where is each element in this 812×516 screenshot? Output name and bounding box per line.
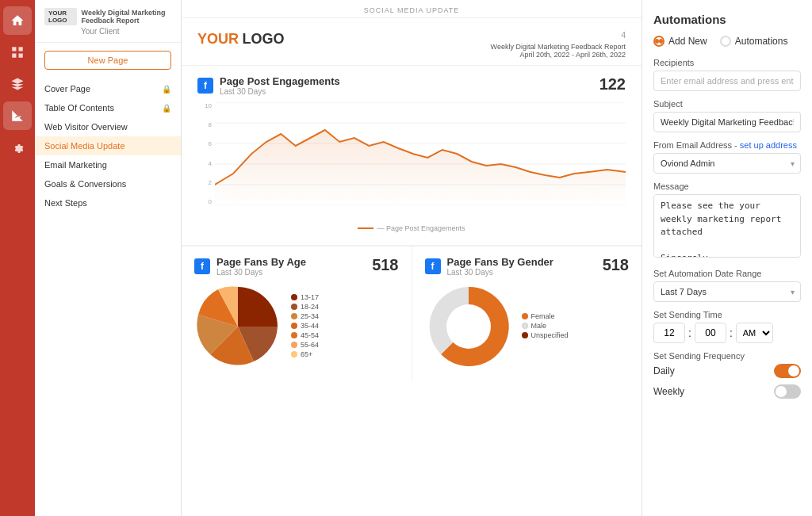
radio-automations[interactable]: Automations bbox=[720, 36, 788, 47]
nav-item-label: Social Media Update bbox=[44, 141, 125, 151]
lock-icon: 🔒 bbox=[162, 104, 171, 113]
sending-time-label: Set Sending Time bbox=[653, 310, 801, 319]
radio-circle-unselected bbox=[720, 36, 731, 47]
chart-title: Page Post Engagements bbox=[220, 75, 340, 87]
gender-chart-subtitle: Last 30 Days bbox=[447, 268, 553, 277]
radio-label-automations: Automations bbox=[735, 36, 788, 47]
from-email-label: From Email Address - set up address bbox=[653, 140, 801, 150]
nav-item-cover[interactable]: Cover Page 🔒 bbox=[35, 79, 181, 98]
report-page-header: YOUR LOGO 4 Weekly Digital Marketing Fee… bbox=[182, 18, 642, 65]
subject-label: Subject bbox=[653, 99, 801, 109]
automations-panel: Automations Add New Automations Recipien… bbox=[642, 0, 812, 516]
nav-item-goals[interactable]: Goals & Conversions bbox=[35, 174, 181, 193]
age-chart-title: Page Fans By Age bbox=[216, 256, 306, 268]
report-date: April 20th, 2022 - April 26th, 2022 bbox=[491, 51, 626, 59]
page-number: 4 bbox=[491, 31, 626, 40]
nav-header: YOUR LOGO Weekly Digital Marketing Feedb… bbox=[35, 0, 181, 43]
nav-item-label: Next Steps bbox=[44, 198, 87, 208]
grid-icon[interactable] bbox=[3, 38, 32, 67]
line-chart: 10 8 6 4 2 0 bbox=[197, 102, 626, 221]
section-label: SOCIAL MEDIA UPDATE bbox=[182, 3, 642, 17]
svg-point-7 bbox=[446, 304, 491, 349]
chart-value: 122 bbox=[599, 75, 626, 94]
age-chart-subtitle: Last 30 Days bbox=[216, 268, 306, 277]
chart-header: f Page Post Engagements Last 30 Days 122 bbox=[197, 75, 626, 96]
main-content: SOCIAL MEDIA UPDATE YOUR LOGO 4 Weekly D… bbox=[182, 0, 642, 516]
layers-icon[interactable] bbox=[3, 70, 32, 98]
message-label: Message bbox=[653, 182, 801, 191]
chart-legend: — Page Post Engagements bbox=[197, 224, 626, 232]
nav-item-next[interactable]: Next Steps bbox=[35, 193, 181, 212]
logo-logo: LOGO bbox=[242, 31, 284, 47]
date-range-select-wrapper: Last 7 Days Last 30 Days Last 90 Days ▾ bbox=[653, 281, 801, 302]
radio-add-new[interactable]: Add New bbox=[653, 36, 707, 47]
frequency-label: Set Sending Frequency bbox=[653, 351, 801, 361]
nav-item-label: Email Marketing bbox=[44, 160, 107, 170]
nav-item-label: Cover Page bbox=[44, 84, 90, 94]
gender-pie-area: Female Male Unspecified bbox=[425, 283, 630, 370]
setup-address-link[interactable]: set up address bbox=[740, 140, 797, 150]
hour-input[interactable] bbox=[653, 323, 685, 343]
nav-item-label: Table Of Contents bbox=[44, 103, 114, 113]
nav-item-label: Web Visitor Overview bbox=[44, 122, 128, 132]
age-chart-section: f Page Fans By Age Last 30 Days 518 bbox=[182, 247, 412, 380]
line-chart-section: f Page Post Engagements Last 30 Days 122 bbox=[182, 65, 642, 245]
nav-client: Your Client bbox=[81, 27, 171, 36]
report-title-right: 4 Weekly Digital Marketing Feedback Repo… bbox=[491, 31, 626, 59]
facebook-icon-age: f bbox=[194, 258, 210, 274]
daily-label: Daily bbox=[653, 365, 675, 376]
radio-label-add-new: Add New bbox=[668, 36, 707, 47]
nav-item-web[interactable]: Web Visitor Overview bbox=[35, 117, 181, 136]
logo-your: YOUR bbox=[197, 31, 239, 47]
nav-item-toc[interactable]: Table Of Contents 🔒 bbox=[35, 98, 181, 117]
nav-item-email[interactable]: Email Marketing bbox=[35, 155, 181, 174]
recipients-label: Recipients bbox=[653, 58, 801, 67]
gender-chart-title: Page Fans By Gender bbox=[447, 256, 553, 268]
report-page: YOUR LOGO 4 Weekly Digital Marketing Fee… bbox=[182, 18, 642, 516]
weekly-row: Weekly bbox=[653, 384, 801, 399]
minute-input[interactable] bbox=[695, 323, 726, 343]
from-email-select-wrapper: Oviond Admin ▾ bbox=[653, 153, 801, 174]
daily-toggle[interactable] bbox=[774, 364, 801, 378]
subject-input[interactable] bbox=[653, 112, 801, 132]
age-legend: 13-17 18-24 25-34 35-44 45-54 55-64 65+ bbox=[291, 293, 319, 360]
from-email-select[interactable]: Oviond Admin bbox=[653, 153, 801, 174]
time-colon: : bbox=[688, 327, 691, 339]
new-page-button[interactable]: New Page bbox=[44, 51, 171, 70]
daily-row: Daily bbox=[653, 364, 801, 378]
gender-chart-value: 518 bbox=[603, 256, 629, 274]
lock-icon: 🔒 bbox=[162, 85, 171, 94]
nav-items-list: Cover Page 🔒 Table Of Contents 🔒 Web Vis… bbox=[35, 76, 181, 216]
gender-legend: Female Male Unspecified bbox=[522, 312, 569, 341]
age-chart-value: 518 bbox=[372, 256, 398, 274]
ampm-select[interactable]: AM PM bbox=[736, 323, 773, 343]
chart-subtitle: Last 30 Days bbox=[220, 87, 340, 96]
chart-icon[interactable] bbox=[3, 101, 32, 130]
time-row: : : AM PM bbox=[653, 323, 801, 343]
nav-logo-box: YOUR LOGO bbox=[44, 8, 77, 25]
weekly-label: Weekly bbox=[653, 386, 684, 397]
weekly-toggle[interactable] bbox=[774, 384, 801, 399]
radio-group: Add New Automations bbox=[653, 36, 801, 47]
report-name: Weekly Digital Marketing Feedback Report bbox=[491, 43, 626, 51]
age-pie-area: 13-17 18-24 25-34 35-44 45-54 55-64 65+ bbox=[194, 283, 399, 370]
sidebar bbox=[0, 0, 35, 516]
date-range-select[interactable]: Last 7 Days Last 30 Days Last 90 Days bbox=[653, 281, 801, 302]
radio-circle-selected bbox=[653, 36, 665, 47]
bottom-charts: f Page Fans By Age Last 30 Days 518 bbox=[182, 245, 642, 380]
automations-title: Automations bbox=[653, 13, 801, 26]
age-chart-header: f Page Fans By Age Last 30 Days 518 bbox=[194, 256, 399, 277]
recipients-input[interactable] bbox=[653, 71, 801, 91]
nav-report-title: Weekly Digital Marketing Feedback Report bbox=[82, 9, 171, 25]
report-header: SOCIAL MEDIA UPDATE bbox=[182, 0, 642, 18]
nav-item-social[interactable]: Social Media Update bbox=[35, 136, 181, 155]
home-icon[interactable] bbox=[3, 6, 32, 35]
time-colon2: : bbox=[730, 327, 733, 339]
nav-item-label: Goals & Conversions bbox=[44, 179, 126, 189]
message-textarea[interactable]: Please see the your weekly marketing rep… bbox=[653, 194, 801, 258]
nav-panel: YOUR LOGO Weekly Digital Marketing Feedb… bbox=[35, 0, 182, 516]
gender-chart-header: f Page Fans By Gender Last 30 Days 518 bbox=[425, 256, 630, 277]
settings-icon[interactable] bbox=[3, 133, 32, 162]
legend-label: — Page Post Engagements bbox=[377, 224, 465, 232]
date-range-label: Set Automation Date Range bbox=[653, 269, 801, 278]
